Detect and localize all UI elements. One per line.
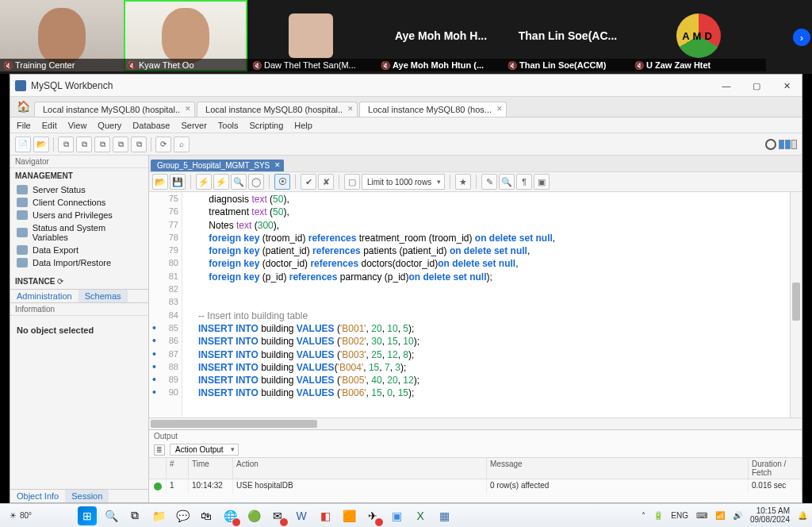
menu-file[interactable]: File	[17, 121, 31, 130]
wrap-icon[interactable]: ¶	[516, 174, 532, 190]
execute-current-icon[interactable]: ⚡	[213, 174, 229, 190]
toolbar-icon[interactable]: ⟳	[155, 137, 171, 152]
weather-widget[interactable]: ☀ 80°	[5, 511, 36, 520]
menu-query[interactable]: Query	[98, 121, 121, 130]
app-icon[interactable]: 🟧	[339, 506, 358, 525]
close-icon[interactable]: ✕	[185, 105, 191, 113]
title-bar[interactable]: MySQL Workbench — ▢ ✕	[10, 75, 802, 97]
nav-client-connections[interactable]: Client Connections	[10, 196, 148, 209]
menu-tools[interactable]: Tools	[218, 121, 239, 130]
wifi-icon[interactable]: 📶	[715, 511, 725, 520]
word-icon[interactable]: W	[292, 506, 311, 525]
battery-icon[interactable]: 🔋	[653, 511, 663, 520]
participant-tile[interactable]: Aye Moh Moh H... 🔇Aye Moh Moh Htun (...	[377, 0, 504, 71]
tab-object-info[interactable]: Object Info	[10, 490, 65, 502]
horizontal-scrollbar[interactable]	[149, 417, 802, 429]
maximize-button[interactable]: ▢	[741, 75, 772, 97]
nav-status-variables[interactable]: Status and System Variables	[10, 221, 148, 244]
menu-scripting[interactable]: Scripting	[250, 121, 284, 130]
participant-tile[interactable]: 🔇Kyaw Thet Oo	[124, 0, 249, 71]
menu-server[interactable]: Server	[181, 121, 206, 130]
explain-icon[interactable]: 🔍	[231, 174, 247, 190]
nav-users-privileges[interactable]: Users and Privileges	[10, 209, 148, 221]
menu-view[interactable]: View	[68, 121, 87, 130]
clock[interactable]: 10:15 AM 09/08/2024	[750, 507, 790, 524]
toggle-icon[interactable]: ⦿	[274, 174, 290, 190]
execute-icon[interactable]: ⚡	[196, 174, 212, 190]
telegram-icon[interactable]: ✈	[363, 506, 382, 525]
output-icon[interactable]: ≣	[154, 444, 165, 456]
target-icon[interactable]	[765, 139, 776, 150]
beautify-icon[interactable]: ✎	[481, 174, 497, 190]
nav-tab-schemas[interactable]: Schemas	[79, 290, 128, 302]
toolbar-icon[interactable]: ⌕	[174, 137, 190, 152]
menu-edit[interactable]: Edit	[42, 121, 57, 130]
find-icon[interactable]: 🔍	[499, 174, 515, 190]
volume-icon[interactable]: 🔊	[733, 511, 742, 520]
toolbar-icon[interactable]: ⧉	[94, 137, 110, 152]
toolbar-icon[interactable]: ⧉	[58, 137, 74, 152]
search-icon[interactable]: 🔍	[102, 506, 121, 525]
language-indicator[interactable]: ENG	[671, 511, 688, 520]
toolbar-icon[interactable]: ⧉	[113, 137, 128, 152]
windows-taskbar[interactable]: ☀ 80° ⊞ 🔍 ⧉ 📁 💬 🛍 🌐 🟢 ✉ W ◧ 🟧 ✈ ▣ X ▦ ˄ …	[0, 503, 812, 527]
col-message[interactable]: Message	[487, 458, 749, 479]
participant-tile[interactable]: 🔇Training Center	[0, 0, 124, 71]
close-icon[interactable]: ✕	[347, 105, 354, 113]
connection-tab[interactable]: Local instance MySQL80 (hospital..✕	[197, 102, 358, 117]
excel-icon[interactable]: X	[411, 506, 430, 525]
new-sql-tab-button[interactable]: 📄	[15, 137, 31, 152]
col-action[interactable]: Action	[233, 458, 487, 479]
start-button[interactable]: ⊞	[78, 506, 97, 525]
open-file-icon[interactable]: 📂	[152, 174, 168, 190]
chevron-up-icon[interactable]: ˄	[642, 511, 645, 520]
task-view-icon[interactable]: ⧉	[125, 506, 144, 525]
connection-tab[interactable]: Local instance MySQL80 (hos...✕	[359, 102, 507, 117]
sql-editor[interactable]: 75767778798081828384858687888990 diagnos…	[149, 192, 802, 417]
participant-tile[interactable]: AMD 🔇U Zaw Zaw Htet	[631, 0, 766, 71]
autocommit-icon[interactable]: ▢	[344, 174, 360, 190]
nav-data-export[interactable]: Data Export	[10, 244, 148, 256]
close-button[interactable]: ✕	[772, 75, 802, 97]
close-icon[interactable]: ✕	[496, 105, 503, 113]
col-index[interactable]: #	[167, 458, 189, 479]
minimize-button[interactable]: —	[711, 75, 741, 97]
teams-icon[interactable]: 💬	[173, 506, 192, 525]
edge-icon[interactable]: 🌐	[220, 506, 239, 525]
nav-tab-administration[interactable]: Administration	[10, 290, 79, 302]
participant-tile[interactable]: 🔇Daw Thel Thet San(M...	[249, 0, 377, 71]
zoom-icon[interactable]: ▣	[387, 506, 406, 525]
tab-session[interactable]: Session	[65, 490, 109, 502]
connection-tab[interactable]: Local instance MySQL80 (hospital..✕	[34, 102, 195, 117]
nav-server-status[interactable]: Server Status	[10, 183, 148, 196]
output-type-select[interactable]: Action Output	[170, 444, 239, 456]
commit-icon[interactable]: ✔	[301, 174, 316, 190]
participant-tile[interactable]: Than Lin Soe(AC... 🔇Than Lin Soe(ACCM)	[504, 0, 631, 71]
pdf-icon[interactable]: ◧	[316, 506, 335, 525]
vertical-scrollbar[interactable]	[790, 192, 802, 417]
stop-icon[interactable]: ◯	[248, 174, 264, 190]
nav-data-import[interactable]: Data Import/Restore	[10, 256, 148, 269]
toolbar-icon[interactable]: ⧉	[131, 137, 147, 152]
toolbar-icon[interactable]: ⧉	[76, 137, 92, 152]
row-limit-select[interactable]: Limit to 1000 rows	[362, 174, 445, 190]
code-content[interactable]: diagnosis text (50), treatment text (50)…	[182, 192, 555, 417]
next-participants-button[interactable]: ›	[793, 29, 810, 46]
store-icon[interactable]: 🛍	[197, 506, 216, 525]
close-icon[interactable]: ✕	[274, 161, 281, 169]
toolbar-icon[interactable]: ▣	[534, 174, 550, 190]
sql-file-tab[interactable]: Group_5_Hospital_MGMT_SYS✕	[151, 160, 284, 171]
menu-help[interactable]: Help	[294, 121, 312, 130]
explorer-icon[interactable]: 📁	[149, 506, 168, 525]
panel-toggle[interactable]	[779, 140, 797, 149]
col-duration[interactable]: Duration / Fetch	[749, 458, 802, 479]
input-icon[interactable]: ⌨	[696, 511, 707, 520]
chrome-icon[interactable]: 🟢	[244, 506, 263, 525]
col-time[interactable]: Time	[189, 458, 233, 479]
home-icon[interactable]: 🏠	[17, 100, 30, 113]
notifications-icon[interactable]: 🔔	[798, 511, 807, 520]
menu-database[interactable]: Database	[132, 121, 170, 130]
rollback-icon[interactable]: ✘	[318, 174, 334, 190]
workbench-icon[interactable]: ▦	[435, 506, 454, 525]
open-sql-button[interactable]: 📂	[33, 137, 49, 152]
